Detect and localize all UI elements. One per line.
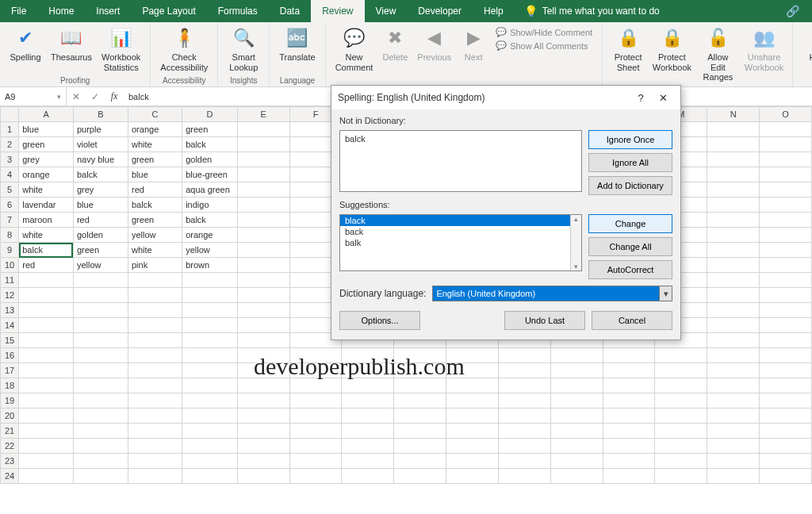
cell-D4[interactable]: blue-green bbox=[182, 167, 238, 182]
new-comment-button[interactable]: 💬NewComment bbox=[331, 24, 378, 74]
row-header-16[interactable]: 16 bbox=[1, 348, 19, 363]
cell-E11[interactable] bbox=[237, 273, 289, 288]
cell-C1[interactable]: orange bbox=[128, 122, 182, 137]
add-to-dictionary-button[interactable]: Add to Dictionary bbox=[588, 176, 672, 195]
cell-N11[interactable] bbox=[707, 273, 760, 288]
cell-G23[interactable] bbox=[342, 454, 394, 469]
cell-C11[interactable] bbox=[128, 273, 182, 288]
change-button[interactable]: Change bbox=[588, 214, 672, 233]
cell-B15[interactable] bbox=[73, 333, 128, 348]
cell-H22[interactable] bbox=[394, 439, 446, 454]
cell-B14[interactable] bbox=[73, 318, 128, 333]
cell-B22[interactable] bbox=[73, 439, 128, 454]
suggestions-list[interactable]: blackbackbalk▴▾ bbox=[339, 214, 582, 271]
row-header-7[interactable]: 7 bbox=[1, 213, 19, 228]
cell-B20[interactable] bbox=[73, 409, 128, 424]
cell-B11[interactable] bbox=[73, 273, 128, 288]
cell-N9[interactable] bbox=[707, 243, 760, 258]
cell-E2[interactable] bbox=[237, 137, 289, 152]
cell-E3[interactable] bbox=[237, 152, 289, 167]
tab-home[interactable]: Home bbox=[37, 0, 85, 22]
cell-N22[interactable] bbox=[707, 439, 760, 454]
scroll-up-icon[interactable]: ▴ bbox=[574, 215, 578, 223]
cell-M24[interactable] bbox=[655, 469, 707, 484]
cell-A6[interactable]: lavendar bbox=[19, 198, 74, 213]
cell-D6[interactable]: indigo bbox=[182, 198, 238, 213]
next-comment-button[interactable]: ▶Next bbox=[456, 24, 491, 64]
cell-D7[interactable]: balck bbox=[182, 213, 238, 228]
cell-G24[interactable] bbox=[342, 469, 394, 484]
cell-E21[interactable] bbox=[237, 424, 289, 439]
cell-B4[interactable]: balck bbox=[73, 167, 128, 182]
tab-data[interactable]: Data bbox=[269, 0, 311, 22]
cell-N17[interactable] bbox=[707, 363, 760, 378]
cell-D9[interactable]: yellow bbox=[182, 243, 238, 258]
cell-O10[interactable] bbox=[760, 258, 812, 273]
cell-O5[interactable] bbox=[760, 182, 812, 198]
cell-O20[interactable] bbox=[760, 409, 812, 424]
row-header-14[interactable]: 14 bbox=[1, 318, 19, 333]
row-header-4[interactable]: 4 bbox=[1, 167, 19, 182]
dialog-close-icon[interactable]: ✕ bbox=[652, 92, 674, 104]
cell-D10[interactable]: brown bbox=[182, 258, 238, 273]
cell-N3[interactable] bbox=[707, 152, 760, 167]
cell-N18[interactable] bbox=[707, 378, 760, 393]
cell-N20[interactable] bbox=[707, 409, 760, 424]
cell-E20[interactable] bbox=[237, 409, 289, 424]
cell-C17[interactable] bbox=[128, 363, 182, 378]
cell-A5[interactable]: white bbox=[19, 182, 74, 198]
cell-C3[interactable]: green bbox=[128, 152, 182, 167]
cell-B23[interactable] bbox=[73, 454, 128, 469]
cell-A17[interactable] bbox=[19, 363, 74, 378]
cell-A3[interactable]: grey bbox=[19, 152, 74, 167]
not-in-dict-box[interactable]: balck bbox=[339, 130, 582, 192]
ignore-once-button[interactable]: Ignore Once bbox=[588, 130, 672, 149]
dict-lang-select[interactable]: English (United Kingdom) ▾ bbox=[432, 286, 672, 301]
col-header-O[interactable]: O bbox=[760, 107, 812, 122]
cell-A1[interactable]: blue bbox=[19, 122, 74, 137]
row-header-18[interactable]: 18 bbox=[1, 378, 19, 393]
cell-A4[interactable]: orange bbox=[19, 167, 74, 182]
cell-D18[interactable] bbox=[182, 378, 238, 393]
cell-L16[interactable] bbox=[603, 348, 655, 363]
cell-A14[interactable] bbox=[19, 318, 74, 333]
col-header-N[interactable]: N bbox=[707, 107, 760, 122]
cell-O18[interactable] bbox=[760, 378, 812, 393]
cell-A20[interactable] bbox=[19, 409, 74, 424]
cell-O21[interactable] bbox=[760, 424, 812, 439]
cell-O16[interactable] bbox=[760, 348, 812, 363]
cell-D22[interactable] bbox=[182, 439, 238, 454]
dialog-help-icon[interactable]: ? bbox=[630, 92, 652, 104]
cell-N14[interactable] bbox=[707, 318, 760, 333]
cell-B1[interactable]: purple bbox=[73, 122, 128, 137]
cell-E4[interactable] bbox=[237, 167, 289, 182]
cell-D12[interactable] bbox=[182, 288, 238, 303]
workbook-stats-button[interactable]: 📊WorkbookStatistics bbox=[97, 24, 145, 74]
cell-N24[interactable] bbox=[707, 469, 760, 484]
cell-D2[interactable]: balck bbox=[182, 137, 238, 152]
name-box-dropdown-icon[interactable]: ▾ bbox=[57, 93, 61, 101]
thesaurus-button[interactable]: 📖Thesaurus bbox=[46, 24, 97, 64]
suggestion-item[interactable]: balk bbox=[340, 237, 581, 248]
cell-A7[interactable]: maroon bbox=[19, 213, 74, 228]
cell-L18[interactable] bbox=[603, 378, 655, 393]
cell-O1[interactable] bbox=[760, 122, 812, 137]
suggestion-item[interactable]: black bbox=[340, 215, 581, 226]
row-header-8[interactable]: 8 bbox=[1, 228, 19, 243]
cell-N7[interactable] bbox=[707, 213, 760, 228]
cell-C4[interactable]: blue bbox=[128, 167, 182, 182]
cell-M23[interactable] bbox=[655, 454, 707, 469]
show-all-comments[interactable]: 💬Show All Comments bbox=[496, 40, 592, 51]
cell-D21[interactable] bbox=[182, 424, 238, 439]
cell-G22[interactable] bbox=[342, 439, 394, 454]
cell-C23[interactable] bbox=[128, 454, 182, 469]
row-header-17[interactable]: 17 bbox=[1, 363, 19, 378]
delete-comment-button[interactable]: ✖Delete bbox=[377, 24, 412, 64]
cell-O11[interactable] bbox=[760, 273, 812, 288]
col-header-C[interactable]: C bbox=[128, 107, 182, 122]
tab-help[interactable]: Help bbox=[473, 0, 515, 22]
cell-A2[interactable]: green bbox=[19, 137, 74, 152]
suggestions-scrollbar[interactable]: ▴▾ bbox=[570, 215, 581, 270]
cancel-button[interactable]: Cancel bbox=[592, 311, 672, 330]
cell-O7[interactable] bbox=[760, 213, 812, 228]
